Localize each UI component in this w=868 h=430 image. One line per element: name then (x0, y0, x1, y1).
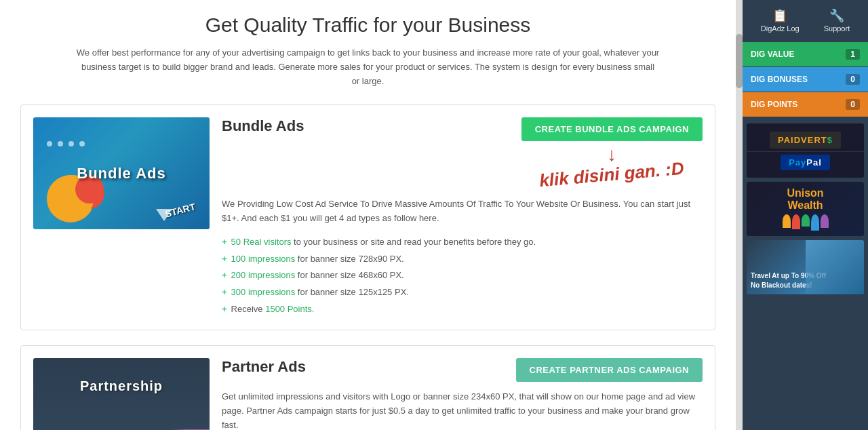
support-label: Support (824, 24, 850, 33)
sidebar-top-nav: 📋 DigAdz Log 🔧 Support (743, 0, 868, 41)
bundle-ads-info: Bundle Ads CREATE BUNDLE ADS CAMPAIGN ↓ … (222, 117, 703, 317)
bundle-ads-title: Bundle Ads (222, 117, 304, 135)
dig-bonuses-label: DIG BONUSES (751, 75, 808, 84)
dig-points-badge: 0 (846, 99, 860, 110)
feature-item-2: 100 impressions for banner size 728x90 P… (222, 251, 703, 268)
page-description: We offer best performance for any of you… (77, 46, 660, 88)
feature-item-1: 50 Real visitors to your business or sit… (222, 234, 703, 251)
dig-value-badge: 1 (846, 49, 860, 60)
sidebar-nav-support[interactable]: 🔧 Support (818, 5, 856, 35)
scrollbar-thumb[interactable] (736, 34, 743, 88)
partner-image-bg: Partnership (33, 358, 210, 430)
feature-item-3: 200 impressions for banner size 468x60 P… (222, 267, 703, 284)
bundle-ads-image: Bundle Ads START (33, 117, 210, 229)
support-icon: 🔧 (829, 8, 844, 23)
dig-value-button[interactable]: DIG VALUE 1 (743, 42, 868, 66)
paypal-logo: PayPal (781, 155, 830, 170)
dig-value-label: DIG VALUE (751, 50, 794, 59)
travel-eiffel-bg (806, 240, 865, 294)
bundle-image-bg: Bundle Ads START (33, 117, 210, 229)
partner-campaign-desc: Get unlimited impressions and visitors w… (222, 390, 703, 430)
bundle-campaign-header: Bundle Ads CREATE BUNDLE ADS CAMPAIGN ↓ … (222, 117, 703, 189)
create-partner-button[interactable]: CREATE PARTNER ADS CAMPAIGN (516, 358, 703, 382)
paidverts-logo: PAIDVERT$ (770, 132, 841, 149)
bundle-ads-card: Bundle Ads START Bundle Ads CREATE BUNDL… (20, 104, 715, 330)
feature-link-3[interactable]: 200 impressions (231, 270, 296, 280)
digadz-log-label: DigAdz Log (761, 24, 800, 33)
create-bundle-button[interactable]: CREATE BUNDLE ADS CAMPAIGN (521, 117, 703, 141)
feature-link-5[interactable]: 1500 Points. (265, 304, 314, 314)
bundle-campaign-desc: We Providing Low Cost Ad Service To Driv… (222, 197, 703, 226)
bundle-feature-list: 50 Real visitors to your business or sit… (222, 234, 703, 317)
unison-title: UnisonWealth (787, 187, 823, 211)
feature-link-1[interactable]: 50 Real visitors (231, 237, 292, 247)
travel-ad[interactable]: Travel At up To 90% OffNo Blackout dates… (747, 240, 864, 294)
unison-characters (783, 214, 829, 231)
partner-ads-info: Partner Ads CREATE PARTNER ADS CAMPAIGN … (222, 358, 703, 430)
partner-ads-card: Partnership Partner Ads CREATE PARTNER A… (20, 345, 715, 430)
paidverts-ad[interactable]: PAIDVERT$ PayPal (747, 123, 864, 178)
sidebar-nav-digadz-log[interactable]: 📋 DigAdz Log (755, 5, 805, 35)
dig-points-button[interactable]: DIG POINTS 0 (743, 92, 868, 117)
dig-bonuses-button[interactable]: DIG BONUSES 0 (743, 67, 868, 92)
partner-image-label: Partnership (80, 378, 163, 394)
dig-bonuses-badge: 0 (846, 74, 860, 85)
partner-ads-title: Partner Ads (222, 358, 306, 376)
partner-ads-image: Partnership (33, 358, 210, 430)
dig-points-label: DIG POINTS (751, 100, 797, 109)
scrollbar[interactable] (736, 0, 743, 430)
sidebar: 📋 DigAdz Log 🔧 Support DIG VALUE 1 DIG B… (743, 0, 868, 430)
partner-campaign-header: Partner Ads CREATE PARTNER ADS CAMPAIGN (222, 358, 703, 382)
feature-item-5: Receive 1500 Points. (222, 301, 703, 318)
unison-wealth-ad[interactable]: UnisonWealth (747, 182, 864, 236)
main-content: Get Quality Traffic for your Business We… (0, 0, 736, 430)
digadz-log-icon: 📋 (772, 8, 787, 23)
annotation-wrapper: ↓ klik disini gan. :D (539, 144, 684, 185)
feature-link-2[interactable]: 100 impressions (231, 254, 296, 264)
feature-item-4: 300 impressions for banner size 125x125 … (222, 284, 703, 301)
page-title: Get Quality Traffic for your Business (20, 14, 715, 37)
sidebar-ads: PAIDVERT$ PayPal UnisonWealth Travel At … (743, 123, 868, 294)
bundle-image-label: Bundle Ads (77, 165, 165, 182)
feature-link-4[interactable]: 300 impressions (231, 287, 296, 297)
page-wrapper: Get Quality Traffic for your Business We… (0, 0, 868, 430)
